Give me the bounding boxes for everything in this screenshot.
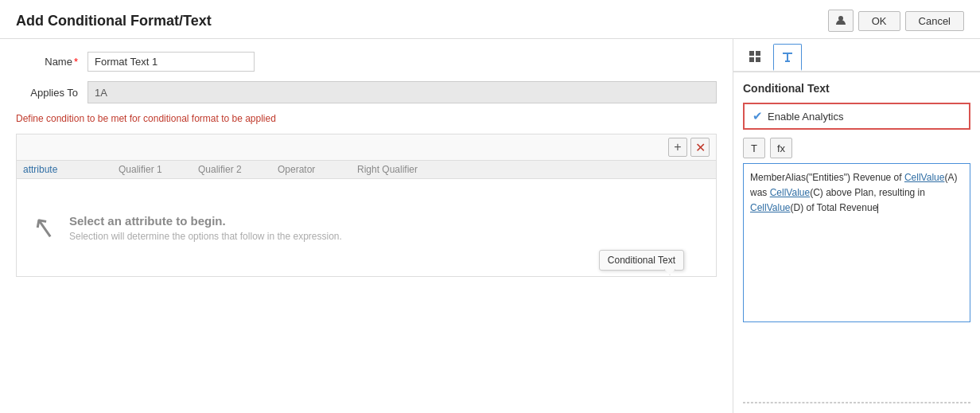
right-section-title: Conditional Text <box>743 82 970 95</box>
editor-link-1[interactable]: CellValue <box>904 172 944 183</box>
delete-row-button[interactable]: ✕ <box>690 138 710 157</box>
editor-link-2[interactable]: CellValue <box>770 187 810 198</box>
col-header-qualifier2: Qualifier 2 <box>198 164 278 175</box>
table-toolbar: Conditional Text + ✕ <box>17 134 716 161</box>
svg-rect-4 <box>756 57 760 62</box>
condition-table: Conditional Text + ✕ attribute Qualifier… <box>16 134 717 277</box>
table-header: attribute Qualifier 1 Qualifier 2 Operat… <box>17 161 716 179</box>
text-format-button[interactable]: T <box>743 138 765 158</box>
right-panel-content: Conditional Text ✔ Enable Analytics T fx… <box>733 72 980 402</box>
right-panel: Conditional Text ✔ Enable Analytics T fx… <box>733 39 980 413</box>
applies-to-row: Applies To 1A <box>16 81 717 103</box>
arrow-icon: ↖ <box>30 209 60 247</box>
svg-rect-3 <box>749 57 754 62</box>
editor-text-3: (C) above Plan, resulting in <box>810 187 925 198</box>
text-editor-toolbar: T fx <box>743 138 970 158</box>
editor-link-3[interactable]: CellValue <box>750 202 790 213</box>
col-header-operator: Operator <box>278 164 357 175</box>
analytics-checkbox-icon: ✔ <box>752 109 763 123</box>
right-panel-tabs <box>733 39 980 72</box>
ok-button[interactable]: OK <box>858 11 900 31</box>
tab-text[interactable] <box>773 44 802 71</box>
dialog-title: Add Conditional Format/Text <box>16 13 212 29</box>
fx-button[interactable]: fx <box>770 138 792 158</box>
tab-grid[interactable] <box>741 44 770 71</box>
condition-info: Define condition to be met for condition… <box>16 113 717 124</box>
dialog-header: Add Conditional Format/Text OK Cancel <box>0 0 980 39</box>
empty-state-text: Select an attribute to begin. Selection … <box>69 214 342 242</box>
right-panel-border <box>743 402 970 403</box>
svg-rect-1 <box>749 51 754 56</box>
enable-analytics-row[interactable]: ✔ Enable Analytics <box>743 103 970 130</box>
left-panel: Name* Applies To 1A Define condition to … <box>0 39 733 413</box>
name-label: Name* <box>16 56 88 68</box>
col-header-qualifier1: Qualifier 1 <box>119 164 198 175</box>
header-buttons: OK Cancel <box>828 10 964 32</box>
applies-to-label: Applies To <box>16 87 88 99</box>
editor-text-1: MemberAlias("Entities") Revenue of <box>750 172 904 183</box>
empty-main-text: Select an attribute to begin. <box>69 214 342 228</box>
enable-analytics-label: Enable Analytics <box>768 111 843 123</box>
user-icon-button[interactable] <box>828 10 854 32</box>
applies-to-value: 1A <box>88 81 717 103</box>
main-container: Add Conditional Format/Text OK Cancel Na… <box>0 0 980 413</box>
editor-text-4: (D) of Total Revenue <box>790 202 877 213</box>
add-row-button[interactable]: + <box>668 138 687 157</box>
editor-cursor <box>877 204 878 213</box>
content-area: Name* Applies To 1A Define condition to … <box>0 39 980 413</box>
empty-sub-text: Selection will determine the options tha… <box>69 231 342 242</box>
col-header-attribute: attribute <box>23 164 119 175</box>
col-header-right-qualifier: Right Qualifier <box>357 164 461 175</box>
name-input[interactable] <box>88 52 255 72</box>
svg-rect-2 <box>756 51 760 56</box>
cancel-button[interactable]: Cancel <box>905 11 964 31</box>
name-row: Name* <box>16 52 717 72</box>
text-editor-area[interactable]: MemberAlias("Entities") Revenue of CellV… <box>743 163 970 322</box>
conditional-text-tooltip: Conditional Text <box>599 250 684 271</box>
